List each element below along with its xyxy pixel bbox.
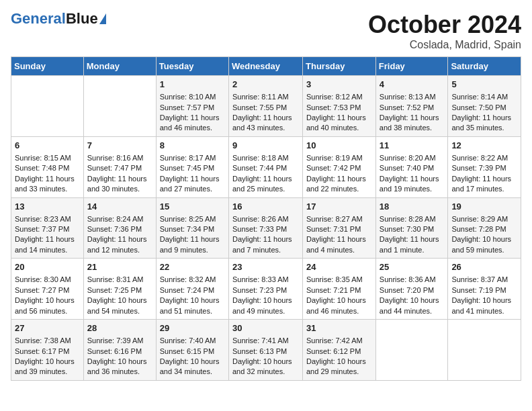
calendar-cell xyxy=(375,320,448,381)
sunset-text: Sunset: 7:36 PM xyxy=(87,224,152,234)
calendar-cell: 28Sunrise: 7:39 AMSunset: 6:16 PMDayligh… xyxy=(83,320,156,381)
day-number: 17 xyxy=(306,201,372,213)
sunrise-text: Sunrise: 8:11 AM xyxy=(232,92,299,102)
day-number: 22 xyxy=(160,261,225,273)
sunset-text: Sunset: 7:50 PM xyxy=(451,103,517,113)
sunrise-text: Sunrise: 8:15 AM xyxy=(15,153,80,163)
daylight-text: Daylight: 10 hours and 49 minutes. xyxy=(232,295,299,316)
calendar-cell: 30Sunrise: 7:41 AMSunset: 6:13 PMDayligh… xyxy=(228,320,302,381)
calendar-cell: 31Sunrise: 7:42 AMSunset: 6:12 PMDayligh… xyxy=(303,320,376,381)
sunrise-text: Sunrise: 8:26 AM xyxy=(232,214,299,224)
sunset-text: Sunset: 7:25 PM xyxy=(87,285,152,295)
calendar-cell: 15Sunrise: 8:25 AMSunset: 7:34 PMDayligh… xyxy=(156,197,228,259)
daylight-text: Daylight: 11 hours and 22 minutes. xyxy=(306,174,372,195)
col-header-wednesday: Wednesday xyxy=(228,57,302,76)
col-header-saturday: Saturday xyxy=(448,57,521,76)
sunset-text: Sunset: 7:57 PM xyxy=(160,103,225,113)
day-number: 26 xyxy=(451,261,517,273)
daylight-text: Daylight: 10 hours and 46 minutes. xyxy=(306,295,372,316)
calendar-cell: 21Sunrise: 8:31 AMSunset: 7:25 PMDayligh… xyxy=(83,259,156,320)
calendar-cell: 17Sunrise: 8:27 AMSunset: 7:31 PMDayligh… xyxy=(303,197,376,259)
day-number: 14 xyxy=(87,201,152,213)
daylight-text: Daylight: 10 hours and 54 minutes. xyxy=(87,295,152,316)
sunrise-text: Sunrise: 8:37 AM xyxy=(451,275,517,285)
sunset-text: Sunset: 7:21 PM xyxy=(306,285,372,295)
day-number: 16 xyxy=(232,201,299,213)
sunrise-text: Sunrise: 8:16 AM xyxy=(87,153,152,163)
calendar-cell: 23Sunrise: 8:33 AMSunset: 7:23 PMDayligh… xyxy=(228,259,302,320)
sunset-text: Sunset: 7:39 PM xyxy=(451,163,517,173)
week-row-1: 1Sunrise: 8:10 AMSunset: 7:57 PMDaylight… xyxy=(11,76,521,137)
calendar-cell: 7Sunrise: 8:16 AMSunset: 7:47 PMDaylight… xyxy=(83,136,156,197)
day-number: 19 xyxy=(451,201,517,213)
daylight-text: Daylight: 11 hours and 14 minutes. xyxy=(15,234,80,255)
daylight-text: Daylight: 10 hours and 44 minutes. xyxy=(380,295,445,316)
daylight-text: Daylight: 11 hours and 7 minutes. xyxy=(232,234,299,255)
day-number: 2 xyxy=(232,79,299,91)
calendar-cell xyxy=(83,76,156,137)
sunset-text: Sunset: 7:34 PM xyxy=(160,224,225,234)
sunrise-text: Sunrise: 8:10 AM xyxy=(160,92,225,102)
sunrise-text: Sunrise: 8:23 AM xyxy=(15,214,80,224)
day-number: 18 xyxy=(380,201,445,213)
day-number: 12 xyxy=(451,140,517,152)
sunset-text: Sunset: 7:47 PM xyxy=(87,163,152,173)
calendar-cell: 26Sunrise: 8:37 AMSunset: 7:19 PMDayligh… xyxy=(448,259,521,320)
sunset-text: Sunset: 7:37 PM xyxy=(15,224,80,234)
logo: GeneralBlue xyxy=(11,11,106,27)
calendar-cell: 14Sunrise: 8:24 AMSunset: 7:36 PMDayligh… xyxy=(83,197,156,259)
sunset-text: Sunset: 7:20 PM xyxy=(380,285,445,295)
sunrise-text: Sunrise: 8:22 AM xyxy=(451,153,517,163)
col-header-sunday: Sunday xyxy=(11,57,84,76)
sunrise-text: Sunrise: 8:12 AM xyxy=(306,92,372,102)
calendar-cell: 22Sunrise: 8:32 AMSunset: 7:24 PMDayligh… xyxy=(156,259,228,320)
sunset-text: Sunset: 6:16 PM xyxy=(87,347,152,357)
week-row-2: 6Sunrise: 8:15 AMSunset: 7:48 PMDaylight… xyxy=(11,136,521,197)
calendar-cell: 11Sunrise: 8:20 AMSunset: 7:40 PMDayligh… xyxy=(375,136,448,197)
day-number: 13 xyxy=(15,201,80,213)
calendar-cell: 8Sunrise: 8:17 AMSunset: 7:45 PMDaylight… xyxy=(156,136,228,197)
sunset-text: Sunset: 7:40 PM xyxy=(380,163,445,173)
daylight-text: Daylight: 10 hours and 34 minutes. xyxy=(160,357,225,377)
sunset-text: Sunset: 6:17 PM xyxy=(15,347,80,357)
sunrise-text: Sunrise: 8:18 AM xyxy=(232,153,299,163)
day-number: 8 xyxy=(160,140,225,152)
sunrise-text: Sunrise: 8:13 AM xyxy=(380,92,445,102)
daylight-text: Daylight: 11 hours and 35 minutes. xyxy=(451,113,517,134)
week-row-4: 20Sunrise: 8:30 AMSunset: 7:27 PMDayligh… xyxy=(11,259,521,320)
day-number: 15 xyxy=(160,201,225,213)
day-number: 23 xyxy=(232,261,299,273)
day-number: 27 xyxy=(15,322,80,334)
calendar-title: October 2024 xyxy=(368,11,521,39)
sunset-text: Sunset: 7:45 PM xyxy=(160,163,225,173)
day-number: 28 xyxy=(87,322,152,334)
calendar-cell: 24Sunrise: 8:35 AMSunset: 7:21 PMDayligh… xyxy=(303,259,376,320)
day-number: 20 xyxy=(15,261,80,273)
day-number: 3 xyxy=(306,79,372,91)
col-header-monday: Monday xyxy=(83,57,156,76)
sunrise-text: Sunrise: 8:19 AM xyxy=(306,153,372,163)
daylight-text: Daylight: 10 hours and 59 minutes. xyxy=(451,234,517,255)
calendar-cell: 19Sunrise: 8:29 AMSunset: 7:28 PMDayligh… xyxy=(448,197,521,259)
daylight-text: Daylight: 11 hours and 1 minute. xyxy=(380,234,445,255)
daylight-text: Daylight: 10 hours and 36 minutes. xyxy=(87,357,152,377)
sunrise-text: Sunrise: 7:42 AM xyxy=(306,336,372,346)
sunset-text: Sunset: 7:53 PM xyxy=(306,103,372,113)
sunrise-text: Sunrise: 8:24 AM xyxy=(87,214,152,224)
sunrise-text: Sunrise: 7:39 AM xyxy=(87,336,152,346)
day-number: 10 xyxy=(306,140,372,152)
header-row: SundayMondayTuesdayWednesdayThursdayFrid… xyxy=(11,57,521,76)
sunset-text: Sunset: 7:44 PM xyxy=(232,163,299,173)
daylight-text: Daylight: 11 hours and 17 minutes. xyxy=(451,174,517,195)
calendar-cell: 12Sunrise: 8:22 AMSunset: 7:39 PMDayligh… xyxy=(448,136,521,197)
day-number: 9 xyxy=(232,140,299,152)
calendar-table: SundayMondayTuesdayWednesdayThursdayFrid… xyxy=(11,56,521,381)
sunrise-text: Sunrise: 8:20 AM xyxy=(380,153,445,163)
daylight-text: Daylight: 10 hours and 32 minutes. xyxy=(232,357,299,377)
sunset-text: Sunset: 7:48 PM xyxy=(15,163,80,173)
sunrise-text: Sunrise: 7:40 AM xyxy=(160,336,225,346)
sunset-text: Sunset: 7:42 PM xyxy=(306,163,372,173)
sunrise-text: Sunrise: 8:31 AM xyxy=(87,275,152,285)
day-number: 7 xyxy=(87,140,152,152)
day-number: 30 xyxy=(232,322,299,334)
